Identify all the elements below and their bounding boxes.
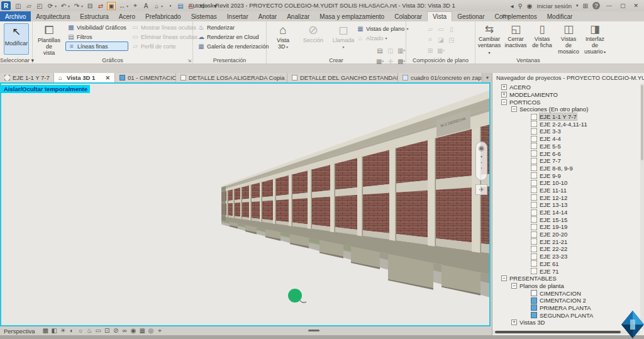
view-control-icon[interactable]: ◧: [50, 327, 58, 335]
signin-caret-icon[interactable]: ▾: [576, 3, 579, 8]
3d-model-view[interactable]: M-2 DERECHA: [1, 84, 489, 325]
tree-row[interactable]: EJE 12-12: [492, 194, 640, 201]
view-control-icon[interactable]: ⌖: [156, 327, 164, 335]
view-control-icon[interactable]: ⊘: [112, 327, 120, 335]
scale-perspective-label[interactable]: Perspectiva: [4, 328, 35, 335]
ribbon-big-button[interactable]: ▯ Vistasde ficha: [530, 23, 555, 56]
view-control-icon[interactable]: ♨: [86, 327, 94, 335]
tree-row[interactable]: PRESENTABLES: [492, 275, 640, 282]
view-tab[interactable]: cuadro 01/concreto en zapatas: [398, 73, 482, 82]
ribbon-tab[interactable]: Modificar: [542, 11, 578, 21]
zoom-tool-button[interactable]: ✈: [475, 184, 487, 195]
panel-label-seleccionar[interactable]: Seleccionar ▾: [0, 57, 32, 64]
tree-expander-icon[interactable]: [511, 320, 517, 325]
ribbon-big-button[interactable]: ⌂ Vista3D ▾: [269, 23, 297, 50]
ribbon-big-button[interactable]: ⇆ Cambiarventanas ▾: [477, 23, 502, 56]
view-control-icon[interactable]: ◎: [147, 327, 155, 335]
tree-row[interactable]: EJE 20-20: [492, 231, 640, 238]
green-marker[interactable]: [288, 289, 302, 303]
qat-icon[interactable]: ↷▾: [72, 1, 84, 11]
panel-label-crear[interactable]: Crear: [267, 57, 406, 64]
tree-expander-icon[interactable]: [501, 275, 507, 281]
tree-expander-icon[interactable]: [511, 283, 517, 289]
tree-expander-icon[interactable]: [501, 92, 507, 97]
qat-icon[interactable]: ▤: [175, 1, 186, 11]
tree-row[interactable]: EJE 4-4: [492, 135, 640, 143]
view-control-icon[interactable]: ∞: [121, 327, 129, 335]
tree-row[interactable]: EJE 9-9: [492, 172, 640, 179]
qat-icon[interactable]: A: [141, 1, 151, 11]
qat-icon[interactable]: ◫: [13, 1, 23, 11]
view-tab[interactable]: Vista 3D 1 ✕: [54, 73, 115, 82]
tree-row[interactable]: PORTICOS: [492, 98, 640, 106]
view-tab[interactable]: EJE 1-1 Y 7-7: [0, 73, 54, 82]
tree-expander-icon[interactable]: [501, 84, 507, 90]
store-cart-icon[interactable]: ⊞: [583, 3, 588, 9]
ribbon-collapse-control[interactable]: ⊡ ▾: [502, 13, 510, 19]
qat-icon[interactable]: ⟳▾: [45, 1, 58, 11]
tree-row[interactable]: EJE 11-11: [492, 187, 640, 194]
panel-label-ventanas[interactable]: Ventanas: [475, 57, 581, 64]
tree-row[interactable]: Planos de planta: [492, 282, 640, 290]
qat-icon[interactable]: ⊟: [85, 1, 95, 11]
ribbon-icon-button[interactable]: ◫: [386, 45, 396, 55]
ribbon-tab[interactable]: Archivo: [0, 11, 31, 21]
tree-row[interactable]: CIMENTACION 2: [492, 297, 640, 304]
close-button[interactable]: ✕: [631, 3, 640, 9]
navigation-wheel-button[interactable]: ◉ ▾ • •: [475, 142, 487, 181]
project-browser-header[interactable]: Navegador de proyectos - PROYECTO COLEGI…: [492, 73, 644, 82]
ribbon-small-button[interactable]: ▦Galería de renderización: [196, 42, 271, 51]
user-icon[interactable]: ◉: [527, 3, 533, 9]
ribbon-small-button[interactable]: ♨Renderizar: [196, 23, 271, 32]
ribbon-big-button[interactable]: ◫ Vistasde mosaico: [556, 23, 581, 56]
drawing-area[interactable]: M-2 DERECHA Aislar/Ocultar temporalmente…: [0, 82, 491, 326]
tree-row[interactable]: EJE 6-6: [492, 150, 640, 157]
tab-list-caret-icon[interactable]: ▾: [483, 73, 492, 82]
view-tab[interactable]: DETALLE DEL GANCHO ESTANDAR: [287, 73, 398, 82]
tree-row[interactable]: ACERO: [492, 84, 640, 91]
ribbon-tab[interactable]: Arquitectura: [31, 11, 75, 21]
ribbon-tab[interactable]: Estructura: [75, 11, 114, 21]
modify-button[interactable]: ↖ Modificar: [4, 23, 29, 55]
ribbon-small-button[interactable]: ▤Filtros: [65, 32, 128, 42]
ribbon-big-button[interactable]: ◨ Interfaz deusuario ▾: [582, 23, 608, 56]
view-control-icon[interactable]: ◐: [68, 327, 76, 335]
ribbon-small-button[interactable]: ⌂Alzado ▾: [355, 33, 410, 43]
view-control-icon[interactable]: ☼: [77, 327, 85, 335]
ribbon-small-button[interactable]: ▦Vistas de plano ▾: [355, 24, 410, 33]
view-control-icon[interactable]: ▩: [42, 327, 50, 335]
search-icon[interactable]: ⚲: [518, 3, 523, 9]
qat-icon[interactable]: ◔: [165, 1, 175, 11]
ribbon-tab[interactable]: Acero: [114, 11, 140, 21]
scrollbar-thumb[interactable]: [495, 331, 621, 333]
tree-row[interactable]: EJE 3-3: [492, 128, 640, 135]
ribbon-small-button[interactable]: ▩Visibilidad/ Gráficos: [65, 23, 128, 32]
browser-vertical-scrollbar[interactable]: [640, 84, 644, 329]
ribbon-tab[interactable]: Complementos: [490, 11, 542, 21]
qat-icon[interactable]: ⌖: [130, 1, 140, 11]
tree-row[interactable]: EJE 23-23: [492, 253, 640, 260]
ribbon-tab[interactable]: Colaborar: [389, 11, 427, 21]
restore-button[interactable]: ▢: [618, 3, 628, 9]
tree-expander-icon[interactable]: [501, 99, 507, 105]
tree-row[interactable]: SEGUNDA PLANTA: [492, 311, 640, 319]
ribbon-big-button[interactable]: ◱ Cerrarinactivas: [503, 23, 528, 56]
ribbon-big-button[interactable]: ⊘ Sección: [299, 23, 327, 50]
minimize-button[interactable]: —: [604, 3, 614, 9]
close-tab-icon[interactable]: ✕: [105, 75, 110, 81]
tree-row[interactable]: PRIMERA PLANTA: [492, 304, 640, 312]
help-icon[interactable]: ?: [592, 2, 600, 9]
view-templates-button[interactable]: ⧠ Plantillas de vista: [35, 23, 63, 56]
ribbon-tab[interactable]: Sistemas: [186, 11, 222, 21]
tree-row[interactable]: CIMENTACION: [492, 289, 640, 297]
tree-row[interactable]: EJE 5-5: [492, 143, 640, 150]
view-control-icon[interactable]: ◉: [130, 327, 138, 335]
scrollbar-thumb[interactable]: [641, 85, 643, 160]
tree-row[interactable]: EJE 7-7: [492, 157, 640, 165]
ribbon-small-button[interactable]: ☁Renderizar en Cloud: [196, 32, 271, 42]
tree-row[interactable]: EJE 10-10: [492, 179, 640, 187]
ribbon-tab[interactable]: Insertar: [222, 11, 253, 21]
signin-button[interactable]: Iniciar sesión: [537, 3, 572, 9]
panel-label-presentacion[interactable]: Presentación: [193, 57, 266, 64]
view-tab[interactable]: DETALLE LOSA ALIGERADA Copia 1: [176, 73, 287, 82]
